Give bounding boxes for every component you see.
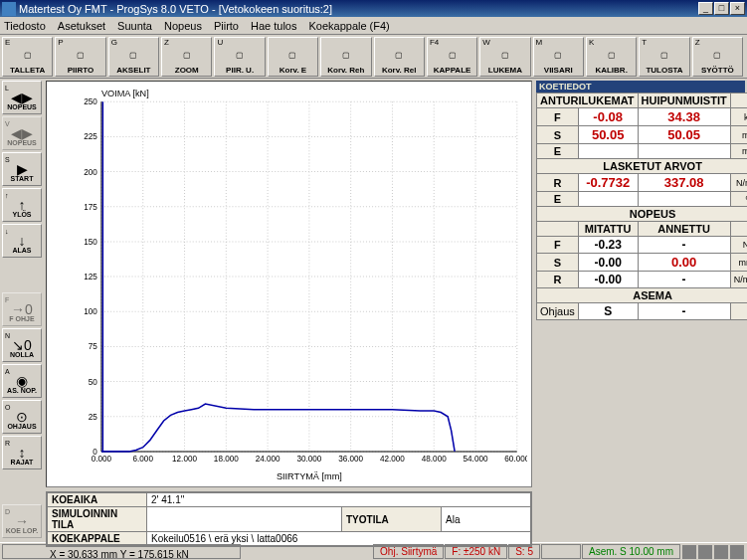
toolbar-syöttö[interactable]: Z▢SYÖTTÖ [692, 37, 743, 77]
toolbar-korv. e[interactable]: ▢Korv. E [268, 37, 318, 77]
ohjaus-value: S [578, 303, 638, 320]
sidebar-f ohje[interactable]: F→0F OHJE [2, 292, 42, 326]
svg-text:54.000: 54.000 [464, 455, 488, 464]
e-peak [638, 144, 730, 159]
statusbar: Ohj. Siirtymä F: ±250 kN S: 5 Asem. S 10… [0, 542, 747, 560]
menu-item[interactable]: Hae tulos [251, 20, 296, 32]
window-title: Matertest Oy FMT - ProgSys 8.0 VETO - [V… [19, 3, 332, 15]
toolbar: E▢TALLETAP▢PIIRTOG▢AKSELITZ▢ZOOMU▢PIIR. … [0, 35, 747, 79]
svg-text:48.000: 48.000 [422, 455, 447, 464]
sidebar-nopeus[interactable]: L◀▶NOPEUS [2, 81, 42, 114]
status-icon[interactable] [714, 545, 728, 559]
close-button[interactable]: × [730, 2, 745, 15]
nf-set: - [638, 237, 730, 254]
maximize-button[interactable]: □ [714, 2, 729, 15]
toolbar-tulosta[interactable]: T▢TULOSTA [639, 37, 689, 77]
sidebar-start[interactable]: S▶START [2, 152, 42, 186]
sidebar-nopeus[interactable]: V◀▶NOPEUS [2, 116, 42, 150]
svg-text:175: 175 [84, 203, 97, 212]
info-table: KOEAIKA 2' 41.1" SIMULOINNIN TILA TYOTIL… [46, 491, 532, 547]
hdr-anturi: ANTURILUKEMAT [537, 93, 639, 108]
ep-calc2 [638, 192, 730, 207]
svg-text:0: 0 [93, 448, 97, 457]
svg-text:125: 125 [84, 273, 97, 281]
ohjaus-label: Ohjaus [537, 303, 579, 320]
status-icon[interactable] [698, 545, 712, 559]
svg-text:24.000: 24.000 [256, 455, 280, 464]
svg-text:150: 150 [84, 238, 97, 247]
toolbar-kalibr.[interactable]: K▢KALIBR. [586, 37, 637, 77]
right-panel: KOETIEDOT ANTURILUKEMATHUIPUNMUISTIT F-0… [534, 79, 747, 542]
svg-text:50: 50 [89, 378, 98, 387]
ns-meas: -0.00 [578, 254, 638, 272]
r-calc2: 337.08 [638, 174, 730, 192]
lasketut-header: LASKETUT ARVOT [537, 159, 748, 174]
svg-text:36.000: 36.000 [338, 455, 363, 464]
status-ohj: Ohj. Siirtymä [373, 544, 444, 559]
sidebar-ohjaus[interactable]: O⊙OHJAUS [2, 400, 42, 434]
toolbar-kappale[interactable]: F4▢KAPPALE [427, 37, 477, 77]
status-icon[interactable] [730, 545, 744, 559]
ep-calc [578, 192, 638, 207]
f-reading: -0.08 [578, 108, 638, 126]
ns-set: 0.00 [638, 254, 730, 272]
center-panel: 0.0006.00012.00018.00024.00030.00036.000… [44, 79, 534, 542]
nr-set: - [638, 272, 730, 288]
toolbar-akselit[interactable]: G▢AKSELIT [108, 37, 159, 77]
s-reading: 50.05 [578, 126, 638, 144]
sidebar-as. nop.[interactable]: A◉AS. NOP. [2, 364, 42, 398]
toolbar-korv. rel[interactable]: ▢Korv. Rel [374, 37, 425, 77]
asema-header: ASEMA [537, 288, 748, 303]
minimize-button[interactable]: _ [698, 2, 713, 15]
status-s: S: 5 [508, 544, 540, 559]
svg-text:25: 25 [89, 413, 98, 422]
sidebar-ylös[interactable]: ↑↑YLÖS [2, 188, 42, 222]
chart-area[interactable]: 0.0006.00012.00018.00024.00030.00036.000… [46, 81, 532, 487]
sidebar-rajat[interactable]: R↕RAJAT [2, 436, 42, 469]
menu-item[interactable]: Suunta [117, 20, 152, 32]
f-peak: 34.38 [638, 108, 730, 126]
titlebar: Matertest Oy FMT - ProgSys 8.0 VETO - [V… [0, 0, 747, 17]
status-icon[interactable] [682, 545, 696, 559]
svg-text:12.000: 12.000 [172, 455, 197, 464]
svg-text:VOIMA  [kN]: VOIMA [kN] [101, 89, 149, 98]
nr-meas: -0.00 [578, 272, 638, 288]
readings-table: ANTURILUKEMATHUIPUNMUISTIT F-0.0834.38kN… [536, 93, 747, 320]
koeaika-label: KOEAIKA [48, 493, 147, 507]
toolbar-piirto[interactable]: P▢PIIRTO [55, 37, 105, 77]
nopeus-header: NOPEUS [537, 207, 748, 222]
toolbar-lukema[interactable]: W▢LUKEMA [479, 37, 530, 77]
toolbar-piir. u.[interactable]: U▢PIIR. U. [214, 37, 265, 77]
menu-item[interactable]: Asetukset [58, 20, 105, 32]
sidebar-koe lop.[interactable]: D→KOE LOP. [2, 504, 42, 538]
status-asem: Asem. S 10.00 mm [582, 544, 680, 559]
force-displacement-chart: 0.0006.00012.00018.00024.00030.00036.000… [51, 86, 527, 482]
svg-text:250: 250 [84, 97, 97, 106]
menu-item[interactable]: Tiedosto [4, 20, 46, 32]
menu-item[interactable]: Nopeus [164, 20, 202, 32]
svg-text:30.000: 30.000 [296, 455, 321, 464]
r-calc: -0.7732 [578, 174, 638, 192]
svg-text:6.000: 6.000 [133, 455, 154, 464]
app-icon [2, 2, 16, 16]
panel-title: KOETIEDOT [536, 81, 745, 93]
nf-meas: -0.23 [578, 237, 638, 254]
toolbar-talleta[interactable]: E▢TALLETA [2, 37, 53, 77]
sidebar-nolla[interactable]: N↘0NOLLA [2, 328, 42, 362]
simul-label: SIMULOINNIN TILA [48, 507, 147, 532]
svg-text:75: 75 [89, 342, 98, 351]
svg-text:225: 225 [84, 132, 97, 141]
mitattu-header: MITATTU [578, 222, 638, 237]
toolbar-viisari[interactable]: M▢VIISARI [533, 37, 584, 77]
koeaika-value: 2' 41.1" [147, 493, 531, 507]
hdr-huipu: HUIPUNMUISTIT [638, 93, 730, 108]
toolbar-korv. reh[interactable]: ▢Korv. Reh [320, 37, 371, 77]
menu-item[interactable]: Koekappale (F4) [308, 20, 389, 32]
toolbar-zoom[interactable]: Z▢ZOOM [161, 37, 212, 77]
svg-text:60.000: 60.000 [504, 455, 527, 464]
svg-text:SIIRTYMÄ  [mm]: SIIRTYMÄ [mm] [277, 471, 342, 481]
e-reading [578, 144, 638, 159]
menu-item[interactable]: Piirto [214, 20, 239, 32]
sidebar-alas[interactable]: ↓↓ALAS [2, 224, 42, 258]
status-force: F: ±250 kN [445, 544, 507, 559]
